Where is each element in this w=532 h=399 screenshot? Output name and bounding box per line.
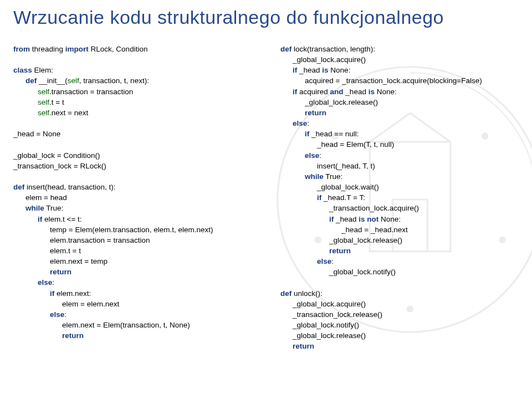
slide-title: Wrzucanie kodu strukturalnego do funkcjo… bbox=[0, 0, 532, 44]
left-code-column: from threading import RLock, Condition c… bbox=[13, 44, 252, 352]
right-code-column: def lock(transaction, length): _global_l… bbox=[280, 44, 519, 352]
code-columns: from threading import RLock, Condition c… bbox=[0, 44, 532, 352]
